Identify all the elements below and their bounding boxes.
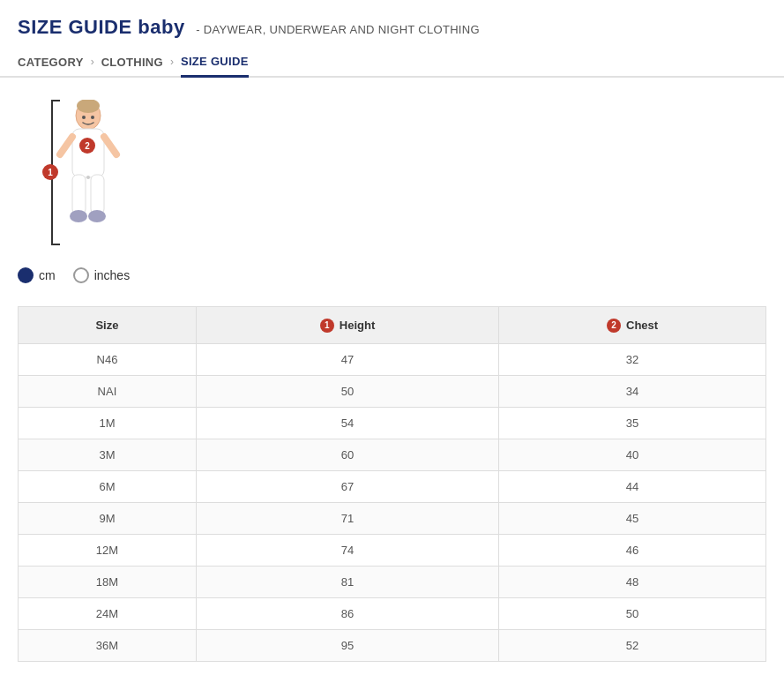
cell-size-6: 12M <box>19 534 197 566</box>
cell-height-0: 47 <box>196 343 498 375</box>
cm-option[interactable]: cm <box>18 267 56 283</box>
table-row: 9M7145 <box>19 502 766 534</box>
cell-chest-2: 35 <box>499 407 766 439</box>
cell-height-6: 74 <box>196 534 498 566</box>
content-area: 1 2 <box>0 78 784 679</box>
cell-chest-9: 52 <box>499 629 766 661</box>
cell-height-1: 50 <box>196 375 498 407</box>
cm-radio[interactable] <box>18 267 34 283</box>
table-header-row: Size 1 Height 2 Chest <box>19 307 766 344</box>
cell-size-2: 1M <box>19 407 197 439</box>
size-table: Size 1 Height 2 Chest N464732NAI50341M54… <box>18 306 766 662</box>
cell-height-5: 71 <box>196 502 498 534</box>
cell-size-7: 18M <box>19 566 197 597</box>
svg-point-10 <box>91 116 94 119</box>
cell-size-0: N46 <box>19 343 197 375</box>
table-row: 18M8148 <box>19 566 766 597</box>
height-col-badge: 1 <box>320 319 334 333</box>
baby-figure-svg <box>53 100 141 250</box>
breadcrumb-category[interactable]: CATEGORY <box>18 56 84 76</box>
breadcrumb-size-guide[interactable]: SIZE GUIDE <box>181 55 249 78</box>
cell-size-4: 6M <box>19 470 197 502</box>
baby-image-section: 1 2 <box>18 95 766 250</box>
cell-size-1: NAI <box>19 375 197 407</box>
cell-chest-3: 40 <box>499 439 766 470</box>
cell-height-9: 95 <box>196 629 498 661</box>
cell-size-5: 9M <box>19 502 197 534</box>
title-prefix: SIZE GUIDE <box>18 16 132 38</box>
table-row: NAI5034 <box>19 375 766 407</box>
cm-label: cm <box>39 268 56 282</box>
baby-image-container: 1 2 <box>18 95 141 250</box>
svg-point-8 <box>88 210 106 222</box>
inches-radio[interactable] <box>73 267 89 283</box>
table-row: 3M6040 <box>19 439 766 470</box>
page-title: SIZE GUIDE baby - DAYWEAR, UNDERWEAR AND… <box>18 16 766 39</box>
height-badge: 1 <box>42 164 58 180</box>
title-suffix: - DAYWEAR, UNDERWEAR AND NIGHT CLOTHING <box>196 23 480 36</box>
cell-height-2: 54 <box>196 407 498 439</box>
inches-option[interactable]: inches <box>73 267 130 283</box>
page-header: SIZE GUIDE baby - DAYWEAR, UNDERWEAR AND… <box>0 0 784 48</box>
cell-chest-7: 48 <box>499 566 766 597</box>
chest-col-badge: 2 <box>607 319 621 333</box>
cell-height-7: 81 <box>196 566 498 597</box>
table-row: 12M7446 <box>19 534 766 566</box>
cell-height-4: 67 <box>196 470 498 502</box>
cell-chest-6: 46 <box>499 534 766 566</box>
table-row: 1M5435 <box>19 407 766 439</box>
cell-chest-5: 45 <box>499 502 766 534</box>
breadcrumb-sep-1: › <box>91 56 94 75</box>
cell-size-8: 24M <box>19 597 197 629</box>
svg-point-9 <box>82 116 86 119</box>
cell-height-8: 86 <box>196 597 498 629</box>
unit-toggle: cm inches <box>18 267 766 283</box>
col-header-size: Size <box>19 307 197 344</box>
title-middle: baby <box>138 16 184 38</box>
cell-chest-8: 50 <box>499 597 766 629</box>
cell-chest-4: 44 <box>499 470 766 502</box>
svg-point-7 <box>70 210 87 222</box>
table-row: 24M8650 <box>19 597 766 629</box>
table-row: N464732 <box>19 343 766 375</box>
svg-point-11 <box>86 176 90 179</box>
cell-chest-1: 34 <box>499 375 766 407</box>
cell-size-3: 3M <box>19 439 197 470</box>
col-header-height: 1 Height <box>196 307 498 344</box>
table-row: 6M6744 <box>19 470 766 502</box>
svg-line-4 <box>104 137 116 154</box>
inches-label: inches <box>94 268 130 282</box>
cell-chest-0: 32 <box>499 343 766 375</box>
table-row: 36M9552 <box>19 629 766 661</box>
breadcrumb: CATEGORY › CLOTHING › SIZE GUIDE <box>0 48 784 78</box>
svg-rect-6 <box>91 175 104 214</box>
col-header-chest: 2 Chest <box>499 307 766 344</box>
svg-rect-5 <box>72 175 86 214</box>
cell-size-9: 36M <box>19 629 197 661</box>
cell-height-3: 60 <box>196 439 498 470</box>
svg-line-3 <box>60 137 72 154</box>
breadcrumb-clothing[interactable]: CLOTHING <box>101 56 163 76</box>
breadcrumb-sep-2: › <box>170 56 174 75</box>
chest-badge: 2 <box>79 138 95 154</box>
table-body: N464732NAI50341M54353M60406M67449M714512… <box>19 343 766 661</box>
